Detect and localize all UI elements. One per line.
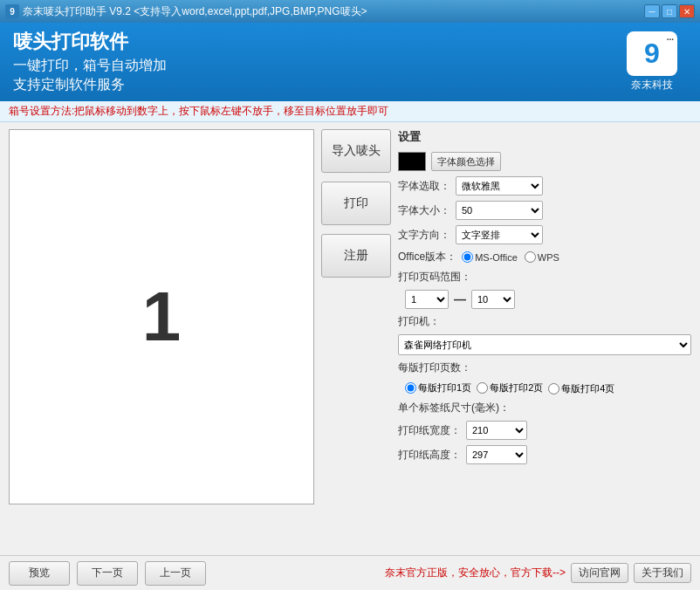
- pages1-input[interactable]: [405, 382, 416, 394]
- left-column: 1: [9, 129, 314, 548]
- notice-bar: 箱号设置方法:把鼠标移动到数字上，按下鼠标左键不放手，移至目标位置放手即可: [0, 101, 700, 122]
- page-range-dash: —: [454, 292, 466, 306]
- content-wrapper: 唛头打印软件 一键打印，箱号自动增加 支持定制软件服务 9 ··· 奈末科技 箱…: [0, 23, 700, 590]
- maximize-button[interactable]: □: [662, 4, 677, 18]
- bottom-right: 奈末官方正版，安全放心，官方下载--> 访问官网 关于我们: [385, 563, 691, 583]
- title-bar-text: 奈末唛头打印助手 V9.2 <支持导入word,excel,ppt,pdf,JP…: [23, 4, 367, 19]
- paperheight-label: 打印纸高度：: [398, 448, 461, 463]
- font-color-box[interactable]: [398, 152, 426, 171]
- page-from-select[interactable]: 1 2 3: [405, 290, 449, 309]
- office-radio-group: MS-Office WPS: [462, 251, 559, 263]
- printer-label: 打印机：: [398, 314, 440, 329]
- fontsize-row: 字体大小： 50 30 40 60: [398, 201, 691, 220]
- app-icon: 9: [5, 4, 19, 18]
- fontsize-select[interactable]: 50 30 40 60: [456, 201, 543, 220]
- pages4-label: 每版打印4页: [561, 382, 614, 395]
- title-bar: 9 奈末唛头打印助手 V9.2 <支持导入word,excel,ppt,pdf,…: [0, 0, 700, 23]
- pagerange-label: 打印页码范围：: [398, 270, 471, 285]
- font-color-button[interactable]: 字体颜色选择: [431, 152, 501, 171]
- status-text: 奈末官方正版，安全放心，官方下载-->: [385, 566, 566, 580]
- printer-row: 森雀网络打印机 Microsoft Print to PDF: [398, 334, 691, 355]
- header-line2: 一键打印，箱号自动增加: [13, 56, 167, 75]
- logo-number: 9: [644, 38, 660, 70]
- paperwidth-label: 打印纸宽度：: [398, 423, 461, 438]
- logo-dots: ···: [667, 35, 674, 45]
- pages2-input[interactable]: [477, 382, 488, 394]
- preview-area: 1: [9, 129, 314, 504]
- printer-select[interactable]: 森雀网络打印机 Microsoft Print to PDF: [398, 334, 691, 355]
- textdir-select[interactable]: 文字竖排 文字横排: [456, 225, 543, 244]
- close-button[interactable]: ✕: [679, 4, 695, 18]
- font-color-row: 字体颜色选择: [398, 152, 691, 171]
- pages2-label: 每版打印2页: [490, 381, 543, 394]
- pages1-label: 每版打印1页: [418, 381, 471, 394]
- bottom-left: 预览 下一页 上一页: [9, 561, 206, 586]
- title-bar-controls: ─ □ ✕: [644, 4, 695, 18]
- preview-number: 1: [142, 277, 182, 357]
- header-text: 唛头打印软件 一键打印，箱号自动增加 支持定制软件服务: [13, 29, 167, 95]
- right-panel: 设置 字体颜色选择 字体选取： 微软雅黑 宋体 黑体 字体大小： 50: [398, 129, 691, 548]
- font-row: 字体选取： 微软雅黑 宋体 黑体: [398, 176, 691, 196]
- textdir-label: 文字方向：: [398, 228, 450, 243]
- office-wps-input[interactable]: [525, 251, 536, 263]
- paperheight-row: 打印纸高度： 297 148 210 420: [398, 445, 691, 464]
- bottom-bar: 预览 下一页 上一页 奈末官方正版，安全放心，官方下载--> 访问官网 关于我们: [0, 555, 700, 590]
- printer-label-row: 打印机：: [398, 314, 691, 329]
- font-label: 字体选取：: [398, 179, 450, 194]
- next-page-button[interactable]: 下一页: [77, 561, 138, 586]
- logo-circle: 9 ···: [627, 31, 677, 76]
- register-button[interactable]: 注册: [321, 234, 391, 278]
- header-line1: 唛头打印软件: [13, 29, 167, 56]
- office-wps-radio[interactable]: WPS: [525, 251, 559, 263]
- pages2-radio[interactable]: 每版打印2页: [477, 381, 543, 394]
- papersize-label-row: 单个标签纸尺寸(毫米)：: [398, 401, 691, 415]
- office-ms-input[interactable]: [462, 251, 473, 263]
- office-ms-radio[interactable]: MS-Office: [462, 251, 518, 263]
- header: 唛头打印软件 一键打印，箱号自动增加 支持定制软件服务 9 ··· 奈末科技: [0, 23, 700, 101]
- office-wps-label: WPS: [538, 252, 559, 263]
- textdir-row: 文字方向： 文字竖排 文字横排: [398, 225, 691, 244]
- pagesper-radio-group: 每版打印1页 每版打印2页 每版打印4页: [405, 381, 691, 395]
- office-label: Office版本：: [398, 250, 456, 264]
- pages4-input[interactable]: [548, 383, 559, 394]
- paperheight-select[interactable]: 297 148 210 420: [466, 445, 527, 464]
- settings-title: 设置: [398, 129, 691, 145]
- header-logo: 9 ··· 奈末科技: [617, 31, 687, 93]
- about-us-button[interactable]: 关于我们: [634, 563, 691, 583]
- logo-name: 奈末科技: [631, 78, 673, 93]
- pagesper-label: 每版打印页数：: [398, 360, 471, 375]
- office-row: Office版本： MS-Office WPS: [398, 250, 691, 264]
- pagerange-row: 1 2 3 — 10 5 15 20: [405, 290, 691, 309]
- pages1-radio[interactable]: 每版打印1页: [405, 381, 471, 394]
- print-button[interactable]: 打印: [321, 182, 391, 225]
- panels-row: 1 导入唛头 打印 注册 设置 字体颜色选择 字体选取： 微软雅黑 宋体: [0, 122, 700, 555]
- paperwidth-select[interactable]: 210 100 148 297: [466, 421, 527, 440]
- header-line3: 支持定制软件服务: [13, 75, 167, 94]
- pagesper-label-row: 每版打印页数：: [398, 360, 691, 375]
- title-bar-left: 9 奈末唛头打印助手 V9.2 <支持导入word,excel,ppt,pdf,…: [5, 4, 367, 19]
- office-ms-label: MS-Office: [475, 252, 518, 263]
- prev-page-button[interactable]: 上一页: [145, 561, 206, 586]
- import-button[interactable]: 导入唛头: [321, 129, 391, 173]
- fontsize-label: 字体大小：: [398, 203, 450, 218]
- pages4-radio[interactable]: 每版打印4页: [548, 382, 614, 395]
- page-to-select[interactable]: 10 5 15 20: [471, 290, 515, 309]
- font-select[interactable]: 微软雅黑 宋体 黑体: [456, 176, 543, 196]
- pagerange-label-row: 打印页码范围：: [398, 270, 691, 285]
- visit-site-button[interactable]: 访问官网: [571, 563, 628, 583]
- action-buttons-col: 导入唛头 打印 注册: [321, 129, 391, 548]
- paperwidth-row: 打印纸宽度： 210 100 148 297: [398, 421, 691, 440]
- preview-button[interactable]: 预览: [9, 561, 70, 586]
- minimize-button[interactable]: ─: [644, 4, 660, 18]
- papersize-label: 单个标签纸尺寸(毫米)：: [398, 401, 510, 415]
- notice-text: 箱号设置方法:把鼠标移动到数字上，按下鼠标左键不放手，移至目标位置放手即可: [9, 105, 388, 117]
